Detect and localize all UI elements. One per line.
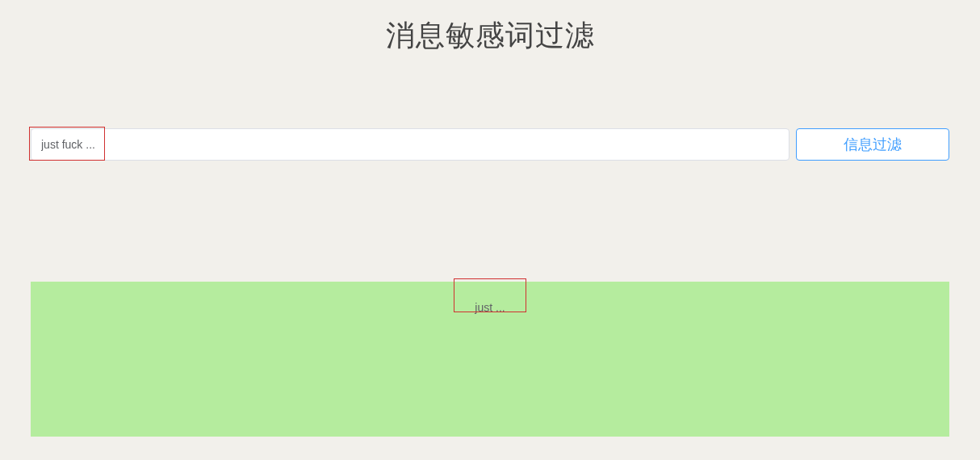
page-title: 消息敏感词过滤: [31, 16, 949, 56]
result-text: just ...: [459, 293, 521, 322]
message-input[interactable]: [31, 128, 789, 161]
page-container: 消息敏感词过滤 信息过滤 just ...: [0, 0, 980, 437]
filter-button[interactable]: 信息过滤: [796, 128, 949, 161]
input-row: 信息过滤: [31, 128, 949, 161]
result-panel: just ...: [31, 282, 949, 437]
input-wrapper: [31, 128, 789, 161]
